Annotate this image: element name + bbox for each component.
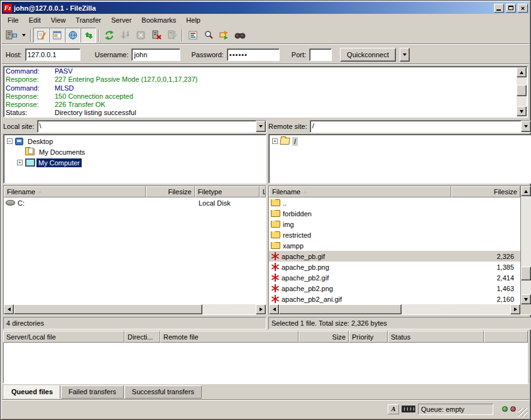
tree-item[interactable]: + My Computer <box>4 157 265 168</box>
column-header-filesize[interactable]: Filesize <box>451 186 520 197</box>
log-entry: Command: MLSD <box>6 84 516 92</box>
resize-grip[interactable] <box>518 408 527 417</box>
synchronized-browsing-button[interactable] <box>232 28 248 43</box>
sort-ascending-icon <box>38 190 43 194</box>
scroll-thumb[interactable] <box>279 304 402 314</box>
tree-item[interactable]: + / <box>270 136 530 146</box>
file-row[interactable]: apache_pb2_ani.gif 2,160 <box>269 294 520 304</box>
queue-tab[interactable]: Queued files <box>4 385 60 399</box>
column-header-remote-file[interactable]: Remote file <box>160 331 298 343</box>
arrow-down-icon <box>524 298 528 301</box>
menu-item[interactable]: Bookmarks <box>136 14 181 26</box>
disconnect-icon <box>151 30 161 40</box>
scroll-thumb[interactable] <box>521 267 531 280</box>
site-manager-button[interactable] <box>4 28 19 43</box>
quickconnect-button[interactable]: Quickconnect <box>340 48 396 62</box>
disk-icon <box>6 200 15 206</box>
log-entry-message: 227 Entering Passive Mode (127,0,0,1,17,… <box>55 75 197 84</box>
scroll-right-button[interactable] <box>510 304 520 314</box>
column-header-size[interactable]: Size <box>298 331 349 343</box>
cancel-operation-button[interactable] <box>133 28 148 43</box>
file-row[interactable]: C: Local Disk <box>4 197 266 208</box>
remote-horizontal-scrollbar[interactable] <box>269 304 520 314</box>
column-header-direction[interactable]: Directi... <box>124 331 160 343</box>
menu-item[interactable]: File <box>3 14 24 26</box>
scroll-left-button[interactable] <box>4 304 14 314</box>
tree-item[interactable]: − Desktop <box>4 136 265 146</box>
file-row[interactable]: restricted <box>269 229 520 240</box>
site-manager-dropdown-button[interactable] <box>19 28 28 43</box>
log-entry-type: Response: <box>6 101 55 109</box>
filter-button[interactable] <box>185 28 200 43</box>
scroll-right-button[interactable] <box>256 304 266 314</box>
scroll-up-button[interactable] <box>517 67 527 77</box>
scroll-up-button[interactable] <box>521 186 531 196</box>
port-input[interactable] <box>309 48 332 61</box>
scroll-down-button[interactable] <box>521 294 531 304</box>
reconnect-button[interactable] <box>164 28 180 43</box>
disconnect-button[interactable] <box>148 28 164 43</box>
close-button[interactable]: × <box>518 4 528 13</box>
toggle-local-tree-button[interactable] <box>49 28 65 43</box>
file-row[interactable]: xampp <box>269 240 520 251</box>
toggle-transfer-queue-button[interactable] <box>80 28 96 43</box>
file-size: 1,385 <box>454 263 520 271</box>
column-header-priority[interactable]: Priority <box>349 331 388 343</box>
column-header-last-modified[interactable]: L <box>260 186 266 197</box>
image-file-icon <box>271 252 279 260</box>
menu-item[interactable]: Help <box>181 14 205 26</box>
column-header-filesize[interactable]: Filesize <box>146 186 194 197</box>
toggle-message-log-button[interactable] <box>33 28 49 43</box>
scroll-thumb[interactable] <box>517 85 527 96</box>
file-search-button[interactable] <box>200 28 216 43</box>
remote-vertical-scrollbar[interactable] <box>520 186 531 304</box>
column-header-status[interactable]: Status <box>388 331 484 343</box>
tree-expander[interactable]: + <box>272 138 278 144</box>
file-row[interactable]: apache_pb2.gif 2,414 <box>269 272 520 283</box>
menu-item[interactable]: Transfer <box>70 14 106 26</box>
scroll-down-button[interactable] <box>517 106 527 116</box>
column-header-filename[interactable]: Filename <box>269 186 451 197</box>
remote-site-combo[interactable]: / <box>310 120 531 133</box>
column-header-server-local-file[interactable]: Server/Local file <box>3 331 124 343</box>
tree-expander[interactable]: + <box>17 160 23 165</box>
remote-site-dropdown-button[interactable] <box>521 121 531 132</box>
toggle-remote-tree-button[interactable] <box>65 28 80 43</box>
local-site-dropdown-button[interactable] <box>256 121 266 132</box>
password-input[interactable] <box>227 48 280 61</box>
menu-item[interactable]: View <box>46 14 71 26</box>
local-site-combo[interactable]: \ <box>37 120 266 133</box>
scroll-thumb[interactable] <box>14 304 202 314</box>
process-queue-button[interactable] <box>117 28 133 43</box>
username-input[interactable] <box>131 48 180 61</box>
file-row[interactable]: apache_pb.png 1,385 <box>269 262 520 272</box>
arrow-left-icon <box>273 307 276 311</box>
host-input[interactable] <box>25 48 80 61</box>
quickconnect-dropdown-button[interactable] <box>400 48 410 62</box>
maximize-button[interactable] <box>506 4 516 13</box>
compare-directories-button[interactable] <box>216 28 232 43</box>
queue-tab[interactable]: Failed transfers <box>61 385 124 399</box>
column-header-filetype[interactable]: Filetype <box>195 186 260 197</box>
scroll-left-button[interactable] <box>269 304 279 314</box>
queue-tab[interactable]: Successful transfers <box>124 385 202 399</box>
file-name: xampp <box>283 242 304 250</box>
file-row[interactable]: forbidden <box>269 208 520 219</box>
tree-item[interactable]: My Documents <box>4 146 265 157</box>
column-header-filename[interactable]: Filename <box>4 186 146 197</box>
menu-item[interactable]: Edit <box>24 14 46 26</box>
local-horizontal-scrollbar[interactable] <box>4 304 266 314</box>
dropdown-arrow-icon <box>524 125 528 128</box>
tree-expander[interactable]: − <box>7 138 13 144</box>
file-row[interactable]: .. <box>269 197 520 208</box>
file-row[interactable]: img <box>269 219 520 229</box>
remote-file-list: Filename Filesize .. forbidden img <box>268 185 531 315</box>
host-label: Host: <box>6 51 22 58</box>
file-row[interactable]: apache_pb.gif 2,326 <box>269 251 520 262</box>
refresh-button[interactable] <box>101 28 117 43</box>
message-log-section: Command: PASV Response: 227 Entering Pas… <box>2 65 529 119</box>
minimize-button[interactable] <box>494 4 504 13</box>
log-scrollbar[interactable] <box>517 67 527 116</box>
file-row[interactable]: apache_pb2.png 1,463 <box>269 283 520 294</box>
menu-item[interactable]: Server <box>106 14 136 26</box>
